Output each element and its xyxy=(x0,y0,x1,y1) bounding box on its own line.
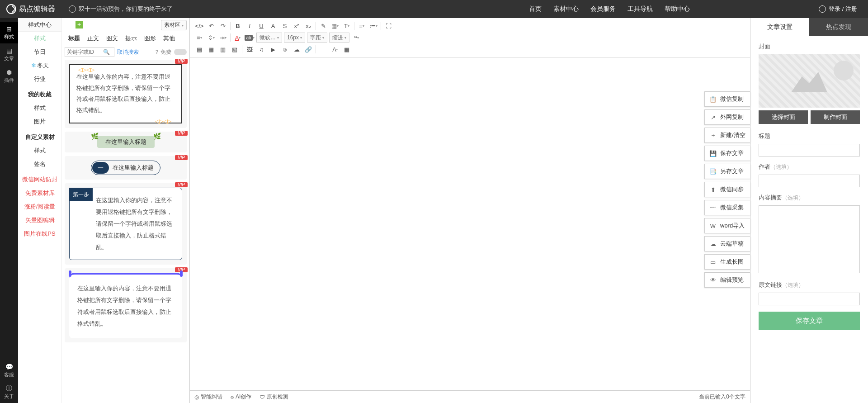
rail-plugin[interactable]: ⬢插件 xyxy=(0,65,18,87)
side-fav-style[interactable]: 样式 xyxy=(18,101,61,115)
nav-material[interactable]: 素材中心 xyxy=(553,5,579,13)
title-input[interactable] xyxy=(759,144,860,156)
announcement[interactable]: 双十一活动预告，你们要的终于来了 xyxy=(69,5,173,13)
template-card[interactable]: VIP 第一步在这里输入你的内容，注意不要用退格键把所有文字删除，请保留一个字符… xyxy=(65,183,187,265)
material-zone-select[interactable]: 素材区 ▾ xyxy=(161,20,187,30)
side-winter[interactable]: ❄冬天 xyxy=(18,59,61,72)
source-button[interactable]: </> xyxy=(193,20,205,31)
indent-button[interactable]: ⇥▾ xyxy=(217,32,229,43)
fbtn-wx-collect[interactable]: 〰微信采集 xyxy=(704,200,750,215)
clear-format-button[interactable]: ▦▾ xyxy=(329,20,341,31)
add-color-button[interactable]: + xyxy=(75,21,83,28)
video-button[interactable]: ▶ xyxy=(267,44,279,55)
link-input[interactable] xyxy=(759,293,860,305)
tab-body[interactable]: 正文 xyxy=(84,32,103,45)
text-color-button[interactable]: A▾ xyxy=(232,32,244,43)
char-button[interactable]: A• xyxy=(329,44,341,55)
side-link-wx[interactable]: 微信网站防封 xyxy=(18,173,61,186)
bold-button[interactable]: B xyxy=(232,20,244,31)
fullscreen-button[interactable]: ⛶ xyxy=(382,20,394,31)
fbtn-preview[interactable]: 👁编辑预览 xyxy=(704,272,750,288)
nav-help[interactable]: 帮助中心 xyxy=(665,5,690,13)
text-height-button[interactable]: T▾ xyxy=(341,20,353,31)
side-link-vector[interactable]: 矢量图编辑 xyxy=(18,213,61,227)
side-holiday[interactable]: 节日 xyxy=(18,45,61,59)
nav-tools[interactable]: 工具导航 xyxy=(627,5,653,13)
side-custom-style[interactable]: 样式 xyxy=(18,144,61,157)
tab-title[interactable]: 标题 xyxy=(65,32,84,45)
free-filter[interactable]: ？免费 xyxy=(154,48,187,56)
rail-service[interactable]: 💬客服 xyxy=(0,360,18,381)
font-a-button[interactable]: A xyxy=(267,20,279,31)
strike-button[interactable]: S xyxy=(279,20,291,31)
cover-placeholder[interactable] xyxy=(759,54,860,108)
tab-hint[interactable]: 提示 xyxy=(122,32,141,45)
subscript-button[interactable]: x₂ xyxy=(302,20,314,31)
redo-button[interactable]: ↷ xyxy=(217,20,229,31)
login-link[interactable]: 登录 / 注册 xyxy=(819,0,857,18)
free-toggle[interactable] xyxy=(174,49,187,55)
nav-home[interactable]: 首页 xyxy=(529,5,542,13)
status-correct[interactable]: ◎智能纠错 xyxy=(194,393,222,401)
save-article-button[interactable]: 保存文章 xyxy=(759,312,860,330)
summary-textarea[interactable] xyxy=(759,205,860,273)
fbtn-saveas[interactable]: 📑另存文章 xyxy=(704,164,750,179)
side-fav-image[interactable]: 图片 xyxy=(18,115,61,128)
fbtn-new[interactable]: ＋新建/清空 xyxy=(704,128,750,143)
fbtn-save[interactable]: 💾保存文章 xyxy=(704,146,750,161)
hr-button[interactable]: — xyxy=(317,44,329,55)
side-industry[interactable]: 行业 xyxy=(18,72,61,86)
template-card[interactable]: VIP ◁▷◁▷ 在这里输入你的内容，注意不要用退格键把所有文字删除，请保留一个… xyxy=(65,60,187,128)
letter-spacing-select[interactable]: 字距▾ xyxy=(307,33,327,43)
side-link-ps[interactable]: 图片在线PS xyxy=(18,227,61,241)
rail-style[interactable]: ⊞样式 xyxy=(0,22,18,43)
fbtn-ext-copy[interactable]: ↗外网复制 xyxy=(704,109,750,125)
template-card[interactable]: VIP 一在这里输入标题 xyxy=(65,156,187,180)
editor-canvas[interactable] xyxy=(190,57,750,390)
tab-other[interactable]: 其他 xyxy=(160,32,179,45)
side-link-free[interactable]: 免费素材库 xyxy=(18,186,61,200)
font-family-select[interactable]: 微软…▾ xyxy=(256,33,282,43)
image-button[interactable]: 🖼 xyxy=(244,44,255,55)
underline-button[interactable]: U xyxy=(255,20,267,31)
choose-cover-button[interactable]: 选择封面 xyxy=(759,110,808,124)
italic-button[interactable]: I xyxy=(244,20,255,31)
nav-member[interactable]: 会员服务 xyxy=(590,5,616,13)
fbtn-cloud[interactable]: ☁云端草稿 xyxy=(704,236,750,251)
justify-center-button[interactable]: ▦ xyxy=(205,44,217,55)
side-custom-sign[interactable]: 签名 xyxy=(18,157,61,171)
fbtn-wx-sync[interactable]: ⬆微信同步 xyxy=(704,182,750,197)
font-size-select[interactable]: 16px▾ xyxy=(284,33,305,43)
brush-button[interactable]: ✎ xyxy=(317,20,329,31)
rail-article[interactable]: ▤文章 xyxy=(0,43,18,65)
tab-article-settings[interactable]: 文章设置 xyxy=(750,18,809,36)
emoji-button[interactable]: ☺ xyxy=(279,44,291,55)
fbtn-wx-copy[interactable]: 📋微信复制 xyxy=(704,91,750,107)
indent-select[interactable]: 缩进▾ xyxy=(329,33,349,43)
search-icon[interactable]: 🔍 xyxy=(103,49,110,55)
link-button[interactable]: 🔗 xyxy=(302,44,314,55)
justify-left-button[interactable]: ▤ xyxy=(193,44,205,55)
status-original[interactable]: 🛡原创检测 xyxy=(259,393,288,401)
fbtn-longimg[interactable]: ▭生成长图 xyxy=(704,254,750,270)
logo[interactable]: 易点编辑器 xyxy=(6,4,55,14)
search-input[interactable]: 🔍 xyxy=(65,47,114,57)
template-card[interactable]: VIP 🌿在这里输入标题🌿 xyxy=(65,132,187,152)
align-left-button[interactable]: ≡▾ xyxy=(193,32,205,43)
justify-full-button[interactable]: ▧ xyxy=(229,44,241,55)
cloud-button[interactable]: ☁ xyxy=(291,44,302,55)
fbtn-word[interactable]: Wword导入 xyxy=(704,218,750,233)
status-ai[interactable]: ⌾AI创作 xyxy=(231,393,251,401)
template-card[interactable]: VIP 在这里输入你的内容，注意不要用退格键把所有文字删除，请保留一个字符或者用… xyxy=(65,268,187,342)
author-input[interactable] xyxy=(759,175,860,187)
table-button[interactable]: ▦ xyxy=(341,44,353,55)
side-style[interactable]: 样式 xyxy=(18,32,61,45)
cancel-search[interactable]: 取消搜索 xyxy=(117,48,139,56)
undo-button[interactable]: ↶ xyxy=(205,20,217,31)
line-height-button[interactable]: ⇕▾ xyxy=(205,32,217,43)
ordered-list-button[interactable]: ≡▾ xyxy=(356,20,368,31)
justify-right-button[interactable]: ▥ xyxy=(217,44,229,55)
music-button[interactable]: ♫ xyxy=(255,44,267,55)
side-link-fans[interactable]: 涨粉/阅读量 xyxy=(18,200,61,213)
rail-about[interactable]: ⓘ关于 xyxy=(0,381,18,403)
